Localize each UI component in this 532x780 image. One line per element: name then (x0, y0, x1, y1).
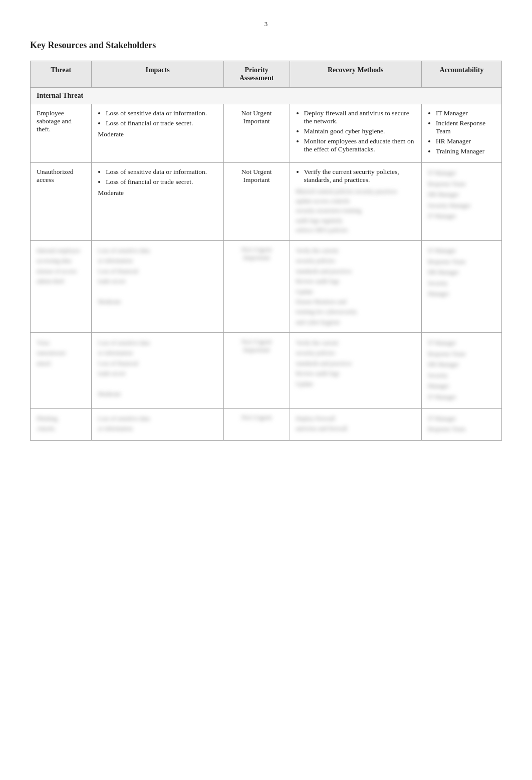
impacts-cell: Loss of sensitive data or information Lo… (92, 333, 223, 409)
priority-cell: Not Urgent (223, 408, 290, 440)
list-item: Verify the current security policies, st… (304, 168, 415, 184)
priority-label: Priority (244, 66, 268, 74)
priority-cell: Not UrgentImportant (223, 240, 290, 332)
impacts-cell: Loss of sensitive data or information (92, 408, 223, 440)
blurred-threat: Phishing Attacks (37, 414, 85, 434)
priority-value: Not UrgentImportant (241, 109, 272, 125)
list-item: Loss of financial or trade secret. (106, 119, 217, 127)
blurred-accountability: IT Manager Response Team HR Manager Secu… (428, 338, 495, 403)
priority-cell: Not UrgentImportant (223, 163, 290, 241)
recovery-cell: Verify the current security policies, st… (290, 163, 421, 241)
blurred-recovery: Blurred content policies security practi… (296, 187, 415, 235)
blurred-threat: Internal employee accessing data misuse … (37, 246, 85, 287)
table-row: Unauthorized access Loss of sensitive da… (31, 163, 502, 241)
table-row: Phishing Attacks Loss of sensitive data … (31, 408, 502, 440)
threat-cell: Employee sabotage and theft. (31, 104, 92, 163)
table-row: Internal employee accessing data misuse … (31, 240, 502, 332)
threat-cell: Virus ransomware attack (31, 333, 92, 409)
blurred-impacts: Loss of sensitive data or information Lo… (98, 338, 217, 399)
recovery-cell: Deploy Firewall antivirus and firewall (290, 408, 421, 440)
blurred-accountability: IT Manager Response Team HR Manager Secu… (428, 168, 495, 222)
blurred-recovery: Deploy Firewall antivirus and firewall (296, 414, 415, 434)
recovery-cell: Verify the current security policies sta… (290, 333, 421, 409)
impacts-cell: Loss of sensitive data or information Lo… (92, 240, 223, 332)
blurred-recovery: Verify the current security policies sta… (296, 338, 415, 389)
header-recovery: Recovery Methods (290, 61, 421, 88)
accountability-list: IT Manager Incident Response Team HR Man… (428, 109, 495, 155)
internal-threat-header: Internal Threat (31, 88, 502, 104)
page-number: 3 (30, 20, 502, 28)
table-header-row: Threat Impacts Priority Assessment Recov… (31, 61, 502, 88)
blurred-recovery: Verify the current security policies sta… (296, 246, 415, 327)
accountability-cell: IT Manager Response Team HR Manager Secu… (422, 333, 502, 409)
list-item: IT Manager (436, 109, 495, 117)
table-row: Virus ransomware attack Loss of sensitiv… (31, 333, 502, 409)
accountability-cell: IT Manager Response Team HR Manager Secu… (422, 163, 502, 241)
priority-cell: Not UrgentImportant (223, 333, 290, 409)
impacts-cell: Loss of sensitive data or information. L… (92, 104, 223, 163)
header-priority: Priority Assessment (223, 61, 290, 88)
blurred-accountability: IT Manager Response Team (428, 414, 495, 435)
accountability-cell: IT Manager Incident Response Team HR Man… (422, 104, 502, 163)
threat-cell: Phishing Attacks (31, 408, 92, 440)
list-item: Loss of sensitive data or information. (106, 168, 217, 176)
header-accountability: Accountability (422, 61, 502, 88)
threat-cell: Internal employee accessing data misuse … (31, 240, 92, 332)
impacts-moderate: Moderate (98, 189, 217, 197)
list-item: Loss of financial or trade secret. (106, 178, 217, 186)
list-item: Monitor employees and educate them on th… (304, 137, 415, 153)
impacts-list: Loss of sensitive data or information. L… (98, 109, 217, 127)
list-item: Deploy firewall and antivirus to secure … (304, 109, 415, 125)
blurred-priority: Not UrgentImportant (230, 246, 284, 262)
header-impacts: Impacts (92, 61, 223, 88)
threat-text: Employee sabotage and theft. (37, 109, 72, 133)
impacts-list: Loss of sensitive data or information. L… (98, 168, 217, 186)
recovery-list: Deploy firewall and antivirus to secure … (296, 109, 415, 153)
threat-text: Unauthorized access (37, 168, 73, 183)
blurred-impacts: Loss of sensitive data or information Lo… (98, 246, 217, 307)
blurred-priority: Not UrgentImportant (230, 338, 284, 354)
list-item: Loss of sensitive data or information. (106, 109, 217, 117)
recovery-cell: Verify the current security policies sta… (290, 240, 421, 332)
threat-cell: Unauthorized access (31, 163, 92, 241)
impacts-moderate: Moderate (98, 130, 217, 138)
list-item: Maintain good cyber hygiene. (304, 127, 415, 135)
list-item: Training Manager (436, 147, 495, 155)
list-item: Incident Response Team (436, 119, 495, 135)
accountability-cell: IT Manager Response Team HR Manager Secu… (422, 240, 502, 332)
priority-value: Not UrgentImportant (241, 168, 272, 183)
header-threat: Threat (31, 61, 92, 88)
recovery-cell: Deploy firewall and antivirus to secure … (290, 104, 421, 163)
resources-table: Threat Impacts Priority Assessment Recov… (30, 61, 502, 441)
recovery-list: Verify the current security policies, st… (296, 168, 415, 184)
internal-threat-label: Internal Threat (31, 88, 502, 104)
list-item: HR Manager (436, 137, 495, 145)
section-title: Key Resources and Stakeholders (30, 40, 502, 51)
table-row: Employee sabotage and theft. Loss of sen… (31, 104, 502, 163)
priority-cell: Not UrgentImportant (223, 104, 290, 163)
assessment-label: Assessment (239, 74, 274, 82)
blurred-impacts: Loss of sensitive data or information (98, 414, 217, 434)
blurred-threat: Virus ransomware attack (37, 338, 85, 368)
accountability-cell: IT Manager Response Team (422, 408, 502, 440)
blurred-priority: Not Urgent (230, 414, 284, 422)
impacts-cell: Loss of sensitive data or information. L… (92, 163, 223, 241)
blurred-accountability: IT Manager Response Team HR Manager Secu… (428, 246, 495, 300)
